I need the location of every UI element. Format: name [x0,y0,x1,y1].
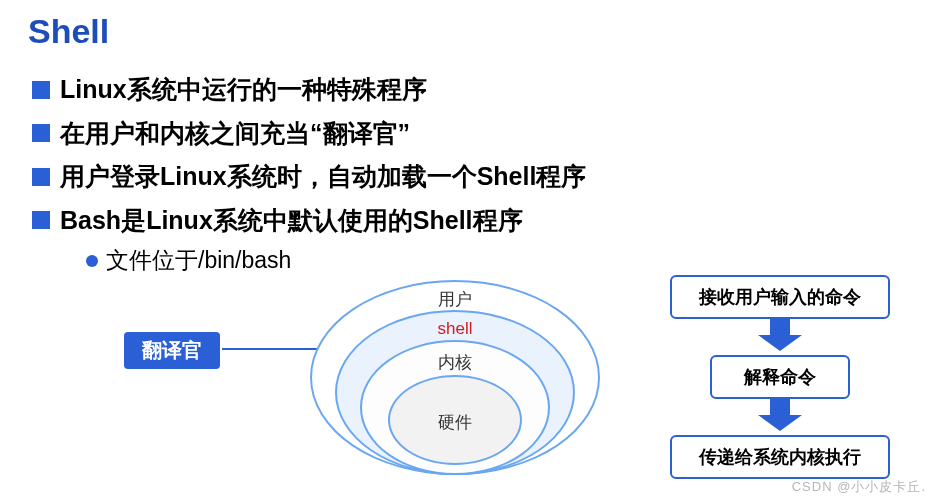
square-bullet-icon [32,81,50,99]
page-title: Shell [0,0,934,51]
flow-step-2: 解释命令 [710,355,850,399]
callout-label: 翻译官 [124,332,220,369]
bullet-item: Linux系统中运行的一种特殊程序 [32,71,934,109]
ring-hardware: 硬件 [388,375,522,465]
bullet-item: 用户登录Linux系统时，自动加载一个Shell程序 [32,158,934,196]
bullet-item: Bash是Linux系统中默认使用的Shell程序 [32,202,934,240]
bullet-text: Bash是Linux系统中默认使用的Shell程序 [60,202,523,240]
concentric-diagram: 用户 shell 内核 硬件 [300,275,610,485]
square-bullet-icon [32,168,50,186]
bullet-item: 在用户和内核之间充当“翻译官” [32,115,934,153]
bullet-list: Linux系统中运行的一种特殊程序 在用户和内核之间充当“翻译官” 用户登录Li… [0,51,934,276]
ring-label-user: 用户 [312,288,598,311]
flow-step-3: 传递给系统内核执行 [670,435,890,479]
flow-chart: 接收用户输入的命令 解释命令 传递给系统内核执行 [650,275,910,479]
bullet-text: Linux系统中运行的一种特殊程序 [60,71,427,109]
disc-bullet-icon [86,255,98,267]
bullet-text: 用户登录Linux系统时，自动加载一个Shell程序 [60,158,586,196]
ring-label-hardware: 硬件 [390,411,520,434]
square-bullet-icon [32,124,50,142]
square-bullet-icon [32,211,50,229]
ring-label-kernel: 内核 [362,351,548,374]
bullet-text: 在用户和内核之间充当“翻译官” [60,115,410,153]
watermark-text: CSDN @小小皮卡丘. [792,478,926,496]
flow-step-1: 接收用户输入的命令 [670,275,890,319]
diagram-area: 翻译官 用户 shell 内核 硬件 接收用户输入的命令 解释命令 传递给系统内… [0,285,934,500]
ring-label-shell: shell [337,319,573,339]
sub-bullet-text: 文件位于/bin/bash [106,245,291,276]
sub-bullet-item: 文件位于/bin/bash [86,245,934,276]
